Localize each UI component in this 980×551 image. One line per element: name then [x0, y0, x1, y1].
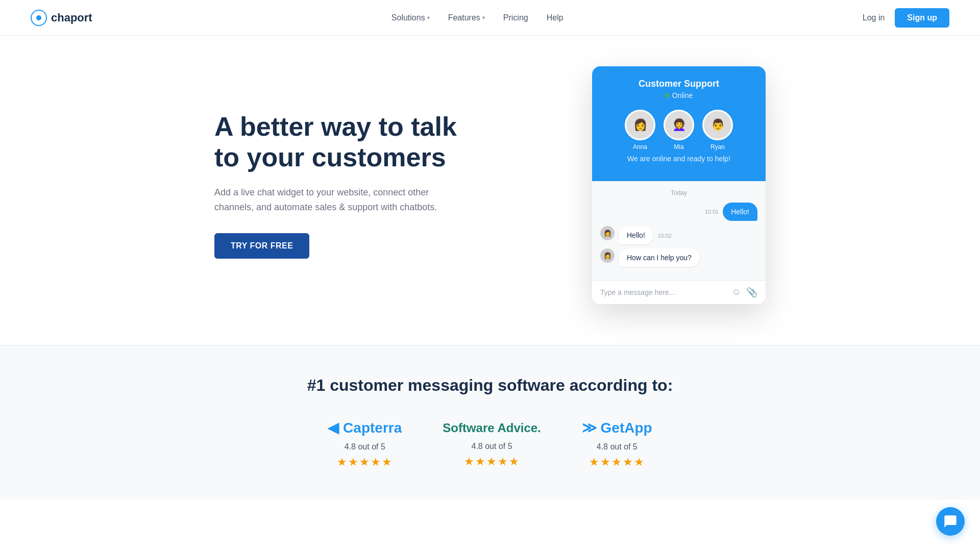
agent-mia: 👩‍🦱 Mia [664, 110, 694, 151]
nav-features[interactable]: Features ▾ [448, 13, 485, 22]
hero-content: A better way to talk to your customers A… [214, 112, 480, 258]
emoji-icon[interactable]: ☺ [732, 287, 741, 298]
logo[interactable]: chaport [31, 10, 92, 26]
software-advice-stars: ★★★★★ [464, 455, 520, 468]
chat-message-out: 10:01 Hello! [600, 203, 757, 221]
chat-input-area: Type a message here... ☺ 📎 [592, 280, 766, 304]
software-advice-rating: 4.8 out of 5 [471, 442, 512, 451]
social-proof-section: #1 customer messaging software according… [0, 345, 980, 499]
hero-title: A better way to talk to your customers [214, 112, 480, 173]
navbar: chaport Solutions ▾ Features ▾ Pricing H… [0, 0, 980, 36]
login-button[interactable]: Log in [863, 13, 885, 22]
agent-ryan-avatar: 👨 [702, 110, 733, 140]
chat-header-title: Customer Support [602, 79, 755, 89]
status-dot-icon [665, 93, 669, 97]
try-for-free-button[interactable]: TRY FOR FREE [214, 233, 309, 259]
agent-mia-avatar: 👩‍🦱 [664, 110, 694, 140]
chat-bubble-out: Hello! [723, 203, 757, 221]
chat-bubble-in-2: How can I help you? [619, 248, 700, 267]
chat-mockup-container: Customer Support Online 👩 Anna 👩‍🦱 Mia [480, 66, 766, 304]
chat-messages-in: 👩 Hello! 10:02 👩 How can I help you? [600, 226, 757, 267]
chat-time-out: 10:01 [705, 209, 719, 215]
agent-ryan: 👨 Ryan [702, 110, 733, 151]
attachment-icon[interactable]: 📎 [746, 287, 757, 298]
review-platforms: ◀ Capterra 4.8 out of 5 ★★★★★ Software A… [31, 419, 949, 469]
chat-header: Customer Support Online 👩 Anna 👩‍🦱 Mia [592, 66, 766, 181]
nav-pricing[interactable]: Pricing [503, 13, 528, 22]
agent-mini-avatar-2: 👩 [600, 248, 615, 263]
chat-input-placeholder[interactable]: Type a message here... [600, 288, 732, 296]
chat-message-in-2: 👩 How can I help you? [600, 248, 757, 267]
chat-tagline: We are online and ready to help! [602, 155, 755, 171]
chat-status: Online [602, 91, 755, 99]
signup-button[interactable]: Sign up [895, 8, 949, 28]
getapp-stars: ★★★★★ [589, 456, 645, 469]
chat-input-icons: ☺ 📎 [732, 287, 757, 298]
capterra-logo: ◀ Capterra [328, 419, 402, 436]
chat-mockup: Customer Support Online 👩 Anna 👩‍🦱 Mia [592, 66, 766, 304]
nav-solutions[interactable]: Solutions ▾ [391, 13, 430, 22]
agent-mini-avatar: 👩 [600, 226, 615, 240]
social-proof-title: #1 customer messaging software according… [31, 376, 949, 395]
nav-links: Solutions ▾ Features ▾ Pricing Help [391, 13, 564, 22]
hero-subtitle: Add a live chat widget to your website, … [214, 185, 439, 215]
agent-anna: 👩 Anna [625, 110, 655, 151]
chat-date: Today [600, 189, 757, 196]
chat-bubble-in-1: Hello! [619, 226, 653, 244]
software-advice-logo: Software Advice. [443, 419, 541, 436]
agent-anna-avatar: 👩 [625, 110, 655, 140]
chat-message-in-1: 👩 Hello! 10:02 [600, 226, 757, 244]
chevron-down-icon: ▾ [427, 15, 430, 20]
chat-time-in-1: 10:02 [657, 233, 672, 239]
platform-capterra: ◀ Capterra 4.8 out of 5 ★★★★★ [328, 419, 402, 469]
nav-help[interactable]: Help [547, 13, 564, 22]
chat-agents: 👩 Anna 👩‍🦱 Mia 👨 Ryan [602, 110, 755, 151]
platform-software-advice: Software Advice. 4.8 out of 5 ★★★★★ [443, 419, 541, 468]
capterra-stars: ★★★★★ [337, 456, 393, 469]
chat-body: Today 10:01 Hello! 👩 Hello! 10:02 [592, 181, 766, 280]
logo-text: chaport [51, 11, 92, 24]
chevron-down-icon: ▾ [482, 15, 485, 20]
logo-icon [31, 10, 47, 26]
nav-actions: Log in Sign up [863, 8, 949, 28]
getapp-rating: 4.8 out of 5 [597, 442, 638, 452]
hero-section: A better way to talk to your customers A… [184, 36, 796, 345]
getapp-logo: ≫ GetApp [582, 419, 652, 436]
platform-getapp: ≫ GetApp 4.8 out of 5 ★★★★★ [582, 419, 652, 469]
capterra-rating: 4.8 out of 5 [345, 442, 385, 452]
